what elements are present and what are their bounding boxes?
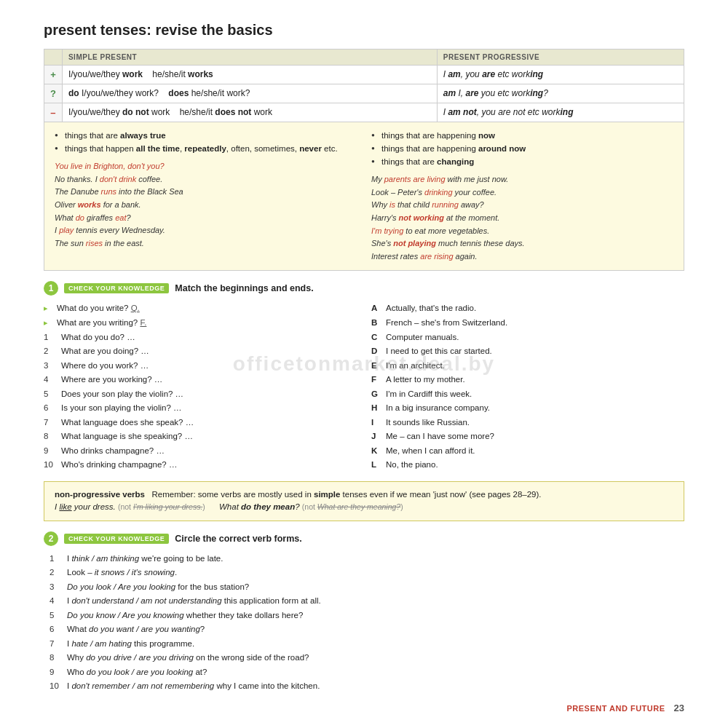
match-left-column: ▸ What do you write? Q. ▸ What are you w…	[44, 301, 357, 472]
exercise2-instruction: Circle the correct verb forms.	[175, 534, 301, 544]
note-title: non-progressive verbs	[55, 490, 145, 499]
exercise1-badge: CHECK YOUR KNOWLEDGE	[64, 283, 169, 293]
arrow-icon: ▸	[44, 316, 54, 331]
match-item: ▸ What are you writing? F.	[44, 316, 357, 331]
table-row-question: ? do I/you/we/they work? does he/she/it …	[44, 84, 684, 103]
simple-examples: You live in Brighton, don't you? No than…	[55, 160, 357, 250]
table-row-positive: + I/you/we/they work he/she/it works I a…	[44, 66, 684, 84]
match-answer: J Me – can I have some more?	[371, 430, 684, 444]
simple-present-usage: things that are always true things that …	[55, 130, 357, 263]
match-answer: E I'm an architect.	[371, 359, 684, 373]
match-answer: K Me, when I can afford it.	[371, 444, 684, 459]
simple-present-positive: I/you/we/they work he/she/it works	[62, 66, 437, 84]
exercise2-badge: CHECK YOUR KNOWLEDGE	[64, 534, 169, 544]
match-item: 5 Does your son play the violin? …	[44, 387, 357, 402]
list-item: 7I hate / am hating this programme.	[50, 637, 684, 652]
match-answer: B French – she's from Switzerland.	[371, 316, 684, 331]
match-answer: I It sounds like Russian.	[371, 416, 684, 430]
list-item: 3Do you look / Are you looking for the b…	[50, 580, 684, 595]
bullet-around-now: things that are happening around now	[371, 143, 673, 154]
bullet-all-the-time: things that happen all the time, repeate…	[55, 143, 357, 154]
match-answer: L No, the piano.	[371, 458, 684, 472]
exercise2-header: 2 CHECK YOUR KNOWLEDGE Circle the correc…	[44, 531, 684, 546]
match-item: 3 Where do you work? …	[44, 359, 357, 373]
yellow-usage-section: things that are always true things that …	[44, 122, 684, 271]
non-progressive-note: non-progressive verbs Remember: some ver…	[44, 481, 684, 521]
match-item: 7 What language does she speak? …	[44, 416, 357, 430]
exercise1-header: 1 CHECK YOUR KNOWLEDGE Match the beginni…	[44, 281, 684, 296]
progressive-bullets: things that are happening now things tha…	[371, 130, 673, 167]
footer-page-number: 23	[674, 703, 684, 713]
match-item: 6 Is your son playing the violin? …	[44, 401, 357, 416]
progressive-question: am I, are you etc working?	[437, 84, 684, 103]
ex-you-live: You live in Brighton, don't you?	[55, 162, 165, 170]
list-item: 9Who do you look / are you looking at?	[50, 665, 684, 680]
table-row-negative: – I/you/we/they do not work he/she/it do…	[44, 103, 684, 122]
exercise1-number: 1	[44, 281, 58, 296]
match-answer: G I'm in Cardiff this week.	[371, 387, 684, 402]
progressive-usage: things that are happening now things tha…	[371, 130, 673, 263]
match-item: ▸ What do you write? Q.	[44, 301, 357, 316]
col-simple-present: SIMPLE PRESENT	[62, 50, 437, 66]
match-answer: A Actually, that's the radio.	[371, 301, 684, 316]
exercise1-instruction: Match the beginnings and ends.	[175, 283, 313, 293]
progressive-positive: I am, you are etc working	[437, 66, 684, 84]
simple-bullets: things that are always true things that …	[55, 130, 357, 154]
match-right-column: A Actually, that's the radio. B French –…	[371, 301, 684, 472]
list-item: 4I don't understand / am not understandi…	[50, 594, 684, 609]
match-answer: C Computer manuals.	[371, 331, 684, 345]
match-item: 4 Where are you working? …	[44, 373, 357, 387]
progressive-examples: My parents are living with me just now. …	[371, 173, 673, 263]
exercise2-number: 2	[44, 531, 58, 546]
list-item: 5Do you know / Are you knowing whether t…	[50, 609, 684, 623]
list-item: 10I don't remember / am not remembering …	[50, 679, 684, 694]
arrow-icon: ▸	[44, 301, 54, 316]
match-item: 1 What do you do? …	[44, 331, 357, 345]
progressive-negative: I am not, you are not etc working	[437, 103, 684, 122]
col-symbol	[44, 50, 63, 66]
match-answer: D I need to get this car started.	[371, 344, 684, 359]
list-item: 6What do you want / are you wanting?	[50, 622, 684, 637]
match-item: 8 What language is she speaking? …	[44, 430, 357, 444]
page-footer: PRESENT AND FUTURE 23	[566, 703, 684, 713]
exercise2-list: 1I think / am thinking we're going to be…	[44, 552, 684, 694]
match-item: 2 What are you doing? …	[44, 344, 357, 359]
match-answer: H In a big insurance company.	[371, 401, 684, 416]
simple-present-question: do I/you/we/they work? does he/she/it wo…	[62, 84, 437, 103]
match-exercise: ▸ What do you write? Q. ▸ What are you w…	[44, 301, 684, 472]
bullet-changing: things that are changing	[371, 156, 673, 167]
list-item: 1I think / am thinking we're going to be…	[50, 552, 684, 566]
list-item: 2Look – it snows / it's snowing.	[50, 566, 684, 580]
match-answer: F A letter to my mother.	[371, 373, 684, 387]
symbol-minus: –	[44, 103, 63, 122]
bullet-always-true: things that are always true	[55, 130, 357, 141]
symbol-plus: +	[44, 66, 63, 84]
page-title: present tenses: revise the basics	[44, 22, 684, 39]
bullet-happening-now: things that are happening now	[371, 130, 673, 141]
list-item: 8Why do you drive / are you driving on t…	[50, 651, 684, 665]
simple-present-negative: I/you/we/they do not work he/she/it does…	[62, 103, 437, 122]
grammar-table: SIMPLE PRESENT PRESENT PROGRESSIVE + I/y…	[44, 49, 684, 122]
match-item: 9 Who drinks champagne? …	[44, 444, 357, 459]
footer-section-title: PRESENT AND FUTURE	[566, 704, 665, 713]
match-item: 10 Who's drinking champagne? …	[44, 458, 357, 472]
col-present-progressive: PRESENT PROGRESSIVE	[437, 50, 684, 66]
symbol-question: ?	[44, 84, 63, 103]
